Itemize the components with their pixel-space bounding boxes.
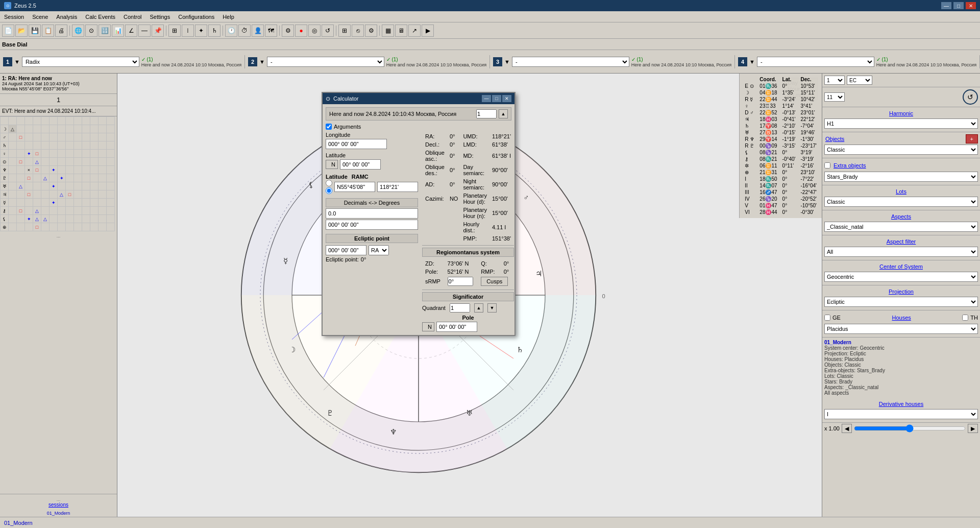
sessions-link[interactable]: sessions	[48, 502, 68, 508]
calc-maximize-button[interactable]: □	[492, 95, 501, 102]
menu-help[interactable]: Help	[218, 13, 238, 21]
save-button[interactable]: 💾	[29, 25, 41, 37]
aspect-filter-link[interactable]: Aspect filter	[824, 237, 978, 246]
calc-lat-radio-top[interactable]	[326, 180, 332, 186]
calc-lat-n-button[interactable]: N	[326, 160, 338, 169]
calc-close-button[interactable]: ✕	[502, 95, 511, 102]
objects-add-button[interactable]: +	[966, 134, 978, 143]
calc-longitude-input[interactable]	[326, 139, 387, 149]
dots-button[interactable]: ⁞	[182, 25, 194, 37]
map-button[interactable]: 🗺	[265, 25, 277, 37]
calc-lat-radio-bottom[interactable]	[326, 187, 332, 194]
dial-select-2[interactable]: -	[267, 57, 384, 67]
houses-link[interactable]: Houses	[843, 314, 960, 322]
red-button[interactable]: ●	[295, 25, 307, 37]
new-button[interactable]: 📄	[2, 25, 14, 37]
projection-link[interactable]: Projection	[824, 287, 978, 296]
houses-select[interactable]: Placidus	[824, 324, 978, 334]
planet-button[interactable]: ♄	[208, 25, 220, 37]
calc-num-up[interactable]: ▲	[499, 109, 508, 118]
calc-latitude-input[interactable]	[340, 159, 381, 170]
top-num-select[interactable]: 1	[824, 76, 845, 85]
calc-pole-input[interactable]	[436, 322, 477, 332]
harmonic-select[interactable]: H1	[824, 118, 978, 129]
refresh-chart-button[interactable]: ↺	[963, 89, 978, 105]
extra-objects-select[interactable]: Stars_Brady	[824, 172, 978, 182]
calc-num-input[interactable]	[476, 109, 497, 118]
aspects-link[interactable]: Aspects	[824, 212, 978, 221]
projection-select[interactable]: Ecliptic	[824, 297, 978, 307]
calc-pole-n-button[interactable]: N	[422, 322, 434, 331]
angle-button[interactable]: ∠	[125, 25, 137, 37]
print-button[interactable]: 🖨	[55, 25, 67, 37]
grid2-button[interactable]: ▦	[382, 25, 394, 37]
menu-session[interactable]: Session	[0, 13, 28, 21]
star-button[interactable]: ✦	[195, 25, 207, 37]
extra-objects-checkbox[interactable]	[824, 162, 830, 169]
calc-button[interactable]: 🔢	[99, 25, 111, 37]
close-button[interactable]: ✕	[966, 2, 976, 9]
globe-button[interactable]: 🌐	[72, 25, 84, 37]
forward-button[interactable]: ▶	[422, 25, 434, 37]
scale-increase-button[interactable]: ▶	[968, 424, 978, 433]
dial-select-4[interactable]: -	[757, 57, 874, 67]
menu-control[interactable]: Control	[119, 13, 145, 21]
menu-settings[interactable]: Settings	[145, 13, 174, 21]
save-as-button[interactable]: 📋	[42, 25, 54, 37]
person-button[interactable]: 👤	[252, 25, 264, 37]
menu-scene[interactable]: Scene	[28, 13, 52, 21]
dial-dropdown-arrow-4[interactable]: ▼	[749, 59, 755, 65]
gear-button[interactable]: ⚙	[282, 25, 294, 37]
objects-select[interactable]: Classic	[824, 145, 978, 155]
maximize-button[interactable]: □	[953, 2, 964, 9]
aspects-select[interactable]: _Classic_natal	[824, 222, 978, 232]
scale-slider[interactable]	[854, 424, 966, 433]
calc-decimals-input[interactable]	[326, 208, 418, 219]
calc-quadrant-down[interactable]: ▼	[487, 303, 497, 313]
extra-objects-link[interactable]: Extra objects	[832, 161, 867, 170]
lots-link[interactable]: Lots	[824, 187, 978, 196]
aspect-filter-select[interactable]: All	[824, 247, 978, 257]
calc-ecliptic-input[interactable]	[326, 245, 366, 255]
derivative-houses-link[interactable]: Derivative houses	[824, 400, 978, 408]
time-button[interactable]: 🕐	[225, 25, 237, 37]
target-button[interactable]: ◎	[308, 25, 321, 37]
calc-degrees-input[interactable]	[326, 220, 418, 230]
ge-checkbox[interactable]	[824, 315, 830, 321]
refresh-button[interactable]: ↺	[322, 25, 334, 37]
dial-dropdown-arrow-3[interactable]: ▼	[504, 59, 510, 65]
center-of-system-link[interactable]: Center of System	[824, 262, 978, 271]
num11-select[interactable]: 11	[824, 92, 845, 102]
dash-button[interactable]: —	[138, 25, 151, 37]
dial-select-3[interactable]: -	[512, 57, 629, 67]
center-of-system-select[interactable]: Geocentric	[824, 272, 978, 282]
harmonic-link[interactable]: Harmonic	[824, 109, 978, 117]
scale-decrease-button[interactable]: ◀	[842, 424, 852, 433]
monitor-button[interactable]: 🖥	[395, 25, 407, 37]
derivative-houses-select[interactable]: I	[824, 409, 978, 419]
open-button[interactable]: 📂	[15, 25, 28, 37]
calc-arguments-checkbox[interactable]	[326, 124, 332, 130]
settings2-button[interactable]: ⚙	[365, 25, 377, 37]
dial-dropdown-arrow-1[interactable]: ▼	[14, 59, 20, 65]
calc-quadrant-input[interactable]	[450, 303, 470, 313]
calc-ramc-value-input[interactable]	[377, 182, 418, 192]
lots-select[interactable]: Classic	[824, 197, 978, 207]
menu-analysis[interactable]: Analysis	[52, 13, 81, 21]
calc-lat-value-input[interactable]	[334, 182, 375, 192]
objects-link[interactable]: Objects	[824, 135, 845, 143]
usb-button[interactable]: ⎋	[352, 25, 364, 37]
calc-ra-select[interactable]: RA	[369, 245, 389, 255]
export-button[interactable]: ↗	[408, 25, 421, 37]
menu-calcevents[interactable]: Calc Events	[81, 13, 119, 21]
circle-button[interactable]: ⊙	[85, 25, 97, 37]
grid-button[interactable]: ⊞	[168, 25, 181, 37]
dial-select-1[interactable]: Radix	[22, 57, 139, 67]
dial-dropdown-arrow-2[interactable]: ▼	[259, 59, 265, 65]
chart-button[interactable]: 📊	[112, 25, 124, 37]
calc-srmp-input[interactable]	[448, 277, 473, 286]
ec-select[interactable]: EC	[847, 76, 872, 85]
calc-quadrant-up[interactable]: ▲	[474, 303, 483, 313]
calc-cusps-button[interactable]: Cusps	[481, 277, 508, 286]
table-button[interactable]: ⊞	[338, 25, 351, 37]
